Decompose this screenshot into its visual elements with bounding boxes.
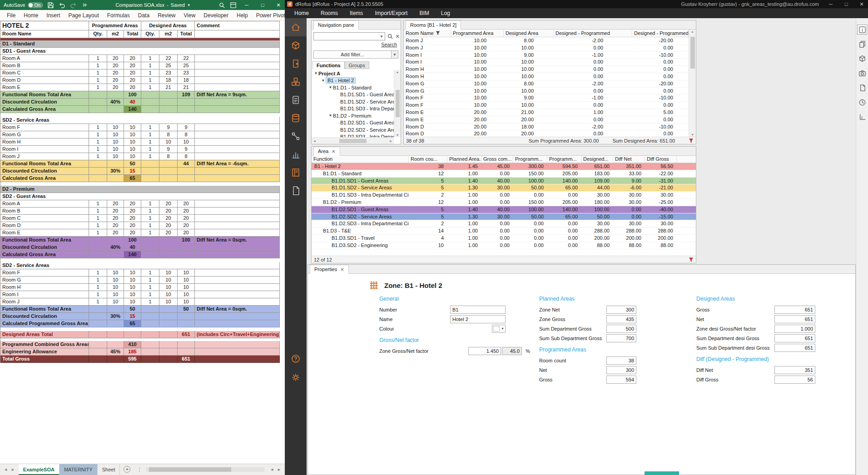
table-row[interactable]: B1.D2.SD1 - Guest Areas51.4040.00100.001… (312, 206, 696, 213)
excel-cell[interactable]: 1 (141, 124, 159, 131)
tree-node[interactable]: B1.D1.SD1 - Guest Areas (312, 91, 394, 99)
excel-cell[interactable]: Room F (0, 269, 89, 277)
excel-cell[interactable] (195, 222, 280, 229)
property-input[interactable]: 651 (774, 334, 815, 342)
sheet-tab-maternity[interactable]: MATERNITY (60, 464, 98, 475)
excel-cell[interactable]: 10 (178, 284, 195, 291)
excel-cell[interactable] (141, 160, 159, 168)
rooms-column-header[interactable]: Room Name (404, 30, 451, 37)
empty-header-cell[interactable] (195, 30, 280, 38)
excel-cell[interactable]: 1 (141, 146, 159, 153)
tree-node-label[interactable]: B1.D1.SD2 - Service Areas (340, 99, 394, 104)
excel-cell[interactable] (195, 313, 280, 320)
excel-cell[interactable]: Calculated Gross Area (0, 175, 89, 182)
excel-cell[interactable] (195, 208, 280, 215)
info-icon[interactable] (857, 25, 867, 35)
document-icon[interactable] (285, 182, 307, 200)
scrollbar-thumb[interactable] (149, 467, 232, 472)
excel-subsection-label[interactable]: SD1 - Guest Areas (0, 48, 280, 55)
excel-cell[interactable]: 10 (107, 139, 124, 146)
excel-cell[interactable]: 10 (107, 131, 124, 139)
property-input[interactable]: 651 (774, 344, 815, 352)
tree-node-label[interactable]: Project A (318, 71, 340, 76)
menu-help[interactable]: Help (233, 12, 252, 19)
excel-cell[interactable] (159, 251, 178, 258)
expander-icon[interactable]: ▼ (328, 85, 333, 89)
excel-cell[interactable] (141, 306, 159, 313)
excel-cell[interactable]: 1 (89, 124, 107, 131)
table-row[interactable]: Room D20.0018.00-2.00-10.00 (404, 124, 689, 131)
scroll-left-icon[interactable]: ◄ (313, 139, 316, 143)
excel-cell[interactable]: 1 (89, 208, 107, 215)
clear-search-icon[interactable]: ✕ (394, 33, 401, 40)
excel-cell[interactable]: Discounted Circulation (0, 99, 89, 106)
undo-icon[interactable] (58, 1, 66, 9)
excel-cell[interactable]: 1 (141, 222, 159, 229)
property-input[interactable]: 56 (774, 376, 815, 384)
excel-cell[interactable]: 44 (178, 160, 195, 168)
excel-cell[interactable]: 10 (124, 291, 141, 298)
tree-node-label[interactable]: B1.D2 - Premium (333, 113, 371, 119)
menu-data[interactable]: Data (134, 12, 154, 19)
close-button[interactable]: ✕ (272, 0, 285, 10)
sheet-options-icon[interactable]: ⋮ (134, 464, 144, 475)
table-row[interactable]: Room F10.0010.000.000.00 (404, 102, 689, 109)
help-icon[interactable] (285, 350, 307, 368)
excel-cell[interactable]: 20 (107, 77, 124, 84)
property-input[interactable]: 700 (606, 334, 636, 342)
excel-cell[interactable]: 10 (124, 124, 141, 131)
excel-cell[interactable] (195, 215, 280, 222)
minimize-button[interactable]: ─ (240, 0, 253, 10)
excel-cell[interactable]: Room H (0, 139, 89, 146)
link-icon[interactable] (285, 127, 307, 145)
excel-cell[interactable]: 1 (141, 77, 159, 84)
scroll-left-icon[interactable]: ◄ (270, 467, 274, 472)
excel-cell[interactable] (178, 244, 195, 251)
excel-cell[interactable] (195, 77, 280, 84)
excel-cell[interactable]: 20 (107, 55, 124, 62)
excel-cell[interactable]: Room C (0, 215, 89, 222)
excel-cell[interactable] (89, 251, 107, 258)
excel-cell[interactable]: 1 (89, 139, 107, 146)
excel-cell[interactable]: 23 (159, 69, 178, 77)
excel-cell[interactable]: 1 (89, 222, 107, 229)
excel-cell[interactable]: 1 (89, 200, 107, 208)
excel-cell[interactable]: 20 (107, 215, 124, 222)
excel-cell[interactable]: 21 (178, 84, 195, 91)
table-row[interactable]: B1.D2.SD3 - Intra Departmental Circ21.00… (312, 220, 696, 228)
excel-cell[interactable]: 20 (124, 69, 141, 77)
excel-cell[interactable]: 20 (107, 84, 124, 91)
excel-cell[interactable]: 20 (124, 84, 141, 91)
excel-cell[interactable] (89, 320, 107, 327)
excel-cell[interactable]: 1 (141, 298, 159, 306)
filter-chevron-icon[interactable]: ▼ (392, 50, 398, 59)
excel-cell[interactable]: Room E (0, 229, 89, 237)
excel-cell[interactable]: Engineering Allowance (0, 348, 89, 356)
excel-cell[interactable]: 10 (178, 269, 195, 277)
excel-cell[interactable] (195, 55, 280, 62)
excel-cell[interactable]: 18 (159, 77, 178, 84)
table-row[interactable]: B1 - Hotel 2381.4545.00300.00594.50651.0… (312, 163, 696, 170)
excel-cell[interactable]: 20 (159, 229, 178, 237)
excel-cell[interactable]: Functional Rooms Total Area (0, 91, 89, 99)
colour-picker[interactable]: ▼ (492, 325, 506, 333)
qty-header[interactable]: Qty. (89, 30, 107, 38)
chart-icon[interactable] (285, 145, 307, 163)
table-row[interactable]: B1.D2 - Premium121.000.00150.00205.00180… (312, 199, 696, 206)
excel-cell[interactable]: 1 (89, 229, 107, 237)
excel-cell[interactable] (195, 84, 280, 91)
excel-cell[interactable] (159, 356, 178, 363)
excel-cell[interactable] (89, 313, 107, 320)
excel-cell[interactable]: 1 (141, 84, 159, 91)
excel-cell[interactable]: 20 (124, 77, 141, 84)
excel-cell[interactable]: 25 (159, 62, 178, 69)
excel-cell[interactable]: 1 (141, 55, 159, 62)
excel-cell[interactable]: Room D (0, 222, 89, 229)
excel-cell[interactable]: Diff Net Area = 0sqm. (195, 306, 280, 313)
tree-node[interactable]: B1.D1.SD2 - Service Areas (312, 98, 394, 105)
excel-cell[interactable]: 20 (124, 229, 141, 237)
excel-cell[interactable] (159, 306, 178, 313)
excel-cell[interactable] (141, 251, 159, 258)
excel-cell[interactable]: 1 (141, 139, 159, 146)
tree-node-label[interactable]: B1 - Hotel 2 (326, 77, 356, 84)
